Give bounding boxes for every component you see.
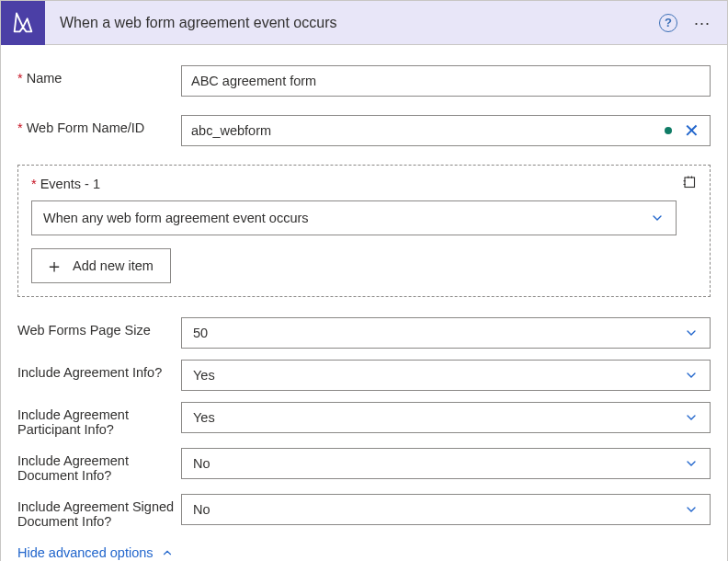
include-participant-info-label: Include Agreement Participant Info? [17, 402, 181, 437]
include-signed-doc-info-select[interactable]: No [181, 494, 711, 525]
include-agreement-info-value: Yes [193, 368, 215, 383]
event-type-value: When any web form agreement event occurs [43, 211, 309, 225]
header-actions: ? ··· [659, 14, 714, 32]
add-new-item-button[interactable]: ＋ Add new item [31, 248, 171, 283]
include-document-info-label: Include Agreement Document Info? [17, 448, 181, 483]
adobe-acrobat-icon [1, 1, 45, 45]
include-document-info-value: No [193, 456, 210, 471]
include-signed-doc-info-row: Include Agreement Signed Document Info? … [17, 494, 711, 529]
name-label: Name [17, 65, 181, 86]
more-actions-icon[interactable]: ··· [690, 15, 714, 31]
events-section: Events - 1 When any web form agreement e… [17, 165, 711, 297]
chevron-down-icon [684, 410, 699, 425]
chevron-down-icon [650, 211, 665, 225]
include-agreement-info-label: Include Agreement Info? [17, 360, 181, 380]
webform-label: Web Form Name/ID [17, 115, 181, 135]
clear-icon[interactable]: ✕ [684, 121, 700, 140]
chevron-down-icon [684, 502, 699, 517]
plus-icon: ＋ [45, 257, 63, 275]
card-header: When a web form agreement event occurs ?… [1, 1, 727, 45]
include-agreement-info-row: Include Agreement Info? Yes [17, 360, 711, 391]
include-signed-doc-info-value: No [193, 502, 210, 517]
page-size-row: Web Forms Page Size 50 [17, 317, 711, 349]
include-participant-info-select[interactable]: Yes [181, 402, 711, 433]
include-participant-info-row: Include Agreement Participant Info? Yes [17, 402, 711, 437]
card-body: Name Web Form Name/ID ✕ E [1, 45, 727, 561]
chevron-down-icon [684, 368, 699, 383]
name-input[interactable] [181, 65, 711, 97]
include-document-info-row: Include Agreement Document Info? No [17, 448, 711, 483]
webform-input[interactable] [181, 115, 711, 146]
field-name-row: Name [17, 65, 711, 97]
dynamic-content-icon[interactable] [682, 175, 699, 195]
hide-advanced-label: Hide advanced options [17, 545, 154, 560]
include-signed-doc-info-label: Include Agreement Signed Document Info? [17, 494, 181, 529]
hide-advanced-options[interactable]: Hide advanced options [17, 545, 174, 560]
page-size-select[interactable]: 50 [181, 317, 711, 349]
chevron-up-icon [161, 546, 174, 559]
include-agreement-info-select[interactable]: Yes [181, 360, 711, 391]
connected-status-icon [665, 127, 672, 134]
include-document-info-select[interactable]: No [181, 448, 711, 479]
chevron-down-icon [684, 326, 699, 340]
page-size-label: Web Forms Page Size [17, 317, 181, 338]
include-participant-info-value: Yes [193, 410, 215, 425]
page-size-value: 50 [193, 326, 208, 340]
svg-rect-0 [685, 177, 695, 188]
add-item-label: Add new item [73, 258, 154, 273]
help-icon[interactable]: ? [659, 14, 677, 32]
chevron-down-icon [684, 456, 699, 471]
field-webform-row: Web Form Name/ID ✕ [17, 115, 711, 146]
event-type-select[interactable]: When any web form agreement event occurs [31, 200, 677, 235]
card-title: When a web form agreement event occurs [45, 15, 659, 31]
events-label: Events - 1 [31, 177, 697, 191]
action-card: When a web form agreement event occurs ?… [0, 0, 728, 561]
